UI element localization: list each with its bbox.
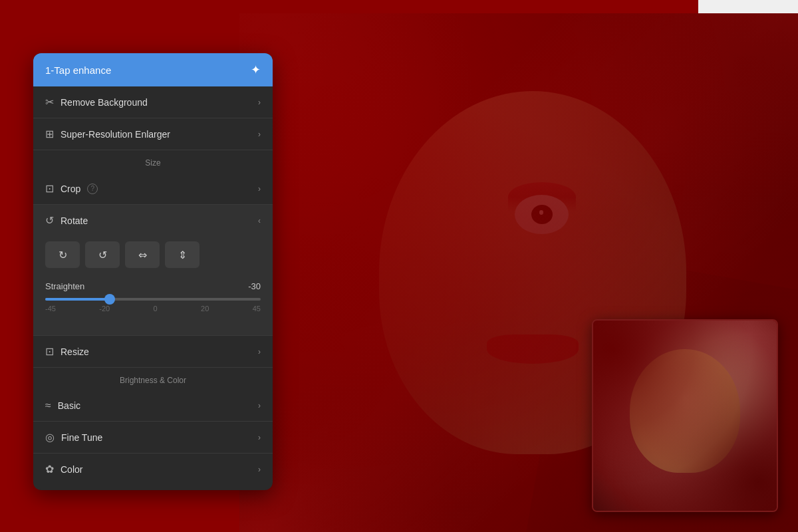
fine-tune-label: Fine Tune: [61, 432, 102, 443]
main-image-area: [239, 13, 798, 532]
straighten-slider-container: -45 -20 0 20 45: [45, 298, 261, 325]
rotate-buttons-row: ↻ ↺ ⇔ ⇕: [33, 236, 273, 276]
chevron-down-icon-8: ›: [258, 465, 261, 474]
resize-row[interactable]: ⊡ Resize ›: [33, 336, 273, 368]
rotate-label: Rotate: [61, 215, 88, 226]
slider-track[interactable]: [45, 298, 261, 301]
rotate-ccw-button[interactable]: ↺: [85, 241, 120, 268]
chevron-down-icon-2: ›: [258, 130, 261, 139]
basic-label: Basic: [58, 400, 80, 411]
crop-label: Crop: [61, 184, 80, 194]
lips-art: [487, 334, 579, 364]
tick-minus45: -45: [45, 305, 56, 313]
resize-label: Resize: [61, 346, 89, 357]
enhance-icon: ✦: [251, 63, 261, 77]
chevron-down-icon: ›: [258, 98, 261, 107]
chevron-down-icon-5: ›: [258, 347, 261, 356]
fine-tune-left: ◎ Fine Tune: [45, 431, 102, 444]
resize-icon: ⊡: [45, 345, 54, 358]
size-section-label: Size: [33, 150, 273, 173]
crop-left: ⊡ Crop ?: [45, 182, 98, 195]
straighten-header: Straighten -30: [45, 281, 261, 291]
eye-shine: [539, 210, 544, 215]
chevron-down-icon-4: ‹: [258, 216, 261, 225]
eye-pupil: [531, 205, 553, 224]
rotate-icon: ↺: [45, 214, 54, 227]
crop-icon: ⊡: [45, 182, 54, 195]
chevron-down-icon-3: ›: [258, 184, 261, 194]
thumbnail-preview: [592, 319, 778, 512]
help-icon[interactable]: ?: [87, 184, 98, 194]
color-icon: ✿: [45, 463, 54, 475]
chevron-down-icon-6: ›: [258, 401, 261, 410]
color-label: Color: [61, 464, 82, 475]
tick-20: 20: [201, 305, 209, 313]
crop-help: Crop ?: [61, 184, 98, 194]
straighten-value: -30: [248, 281, 261, 291]
tick-0: 0: [154, 305, 158, 313]
rotate-cw-button[interactable]: ↻: [45, 241, 80, 268]
flip-horizontal-button[interactable]: ⇔: [125, 241, 160, 268]
crop-row[interactable]: ⊡ Crop ? ›: [33, 173, 273, 205]
basic-left: ≈ Basic: [45, 400, 80, 412]
slider-labels: -45 -20 0 20 45: [45, 305, 261, 313]
eye-white: [515, 195, 569, 234]
fine-tune-row[interactable]: ◎ Fine Tune ›: [33, 422, 273, 454]
thumbnail-image: [593, 321, 777, 511]
enhance-label: 1-Tap enhance: [45, 65, 111, 76]
enlarge-icon: ⊞: [45, 128, 54, 140]
remove-bg-label: Remove Background: [61, 97, 148, 108]
resize-left: ⊡ Resize: [45, 345, 89, 358]
tick-minus20: -20: [99, 305, 110, 313]
remove-bg-left: ✂ Remove Background: [45, 96, 148, 108]
thumbnail-fabric: [593, 321, 777, 511]
basic-row[interactable]: ≈ Basic ›: [33, 390, 273, 422]
remove-background-row[interactable]: ✂ Remove Background ›: [33, 86, 273, 118]
chevron-down-icon-7: ›: [258, 433, 261, 442]
super-res-label: Super-Resolution Enlarger: [61, 129, 170, 140]
color-row[interactable]: ✿ Color ›: [33, 454, 273, 485]
tick-45: 45: [253, 305, 261, 313]
scissors-icon: ✂: [45, 96, 54, 108]
brightness-section-label: Brightness & Color: [33, 368, 273, 390]
sidebar-panel: 1-Tap enhance ✦ ✂ Remove Background › ⊞ …: [33, 53, 273, 490]
rotate-section: ↺ Rotate ‹ ↻ ↺ ⇔ ⇕ Straighten -30: [33, 205, 273, 336]
slider-thumb[interactable]: [104, 294, 115, 305]
rotate-header-left: ↺ Rotate: [45, 214, 88, 227]
basic-icon: ≈: [45, 400, 51, 412]
straighten-section: Straighten -30 -45 -20 0 20 45: [33, 276, 273, 335]
flip-vertical-button[interactable]: ⇕: [165, 241, 200, 268]
sidebar-bottom-padding: [33, 485, 273, 490]
super-resolution-row[interactable]: ⊞ Super-Resolution Enlarger ›: [33, 118, 273, 150]
rotate-header[interactable]: ↺ Rotate ‹: [33, 205, 273, 236]
enhance-button[interactable]: 1-Tap enhance ✦: [33, 53, 273, 86]
color-left: ✿ Color: [45, 463, 82, 475]
slider-fill: [45, 298, 110, 301]
super-res-left: ⊞ Super-Resolution Enlarger: [45, 128, 170, 140]
fine-tune-icon: ◎: [45, 431, 55, 444]
eye-area: [508, 182, 576, 247]
straighten-label: Straighten: [45, 281, 84, 291]
